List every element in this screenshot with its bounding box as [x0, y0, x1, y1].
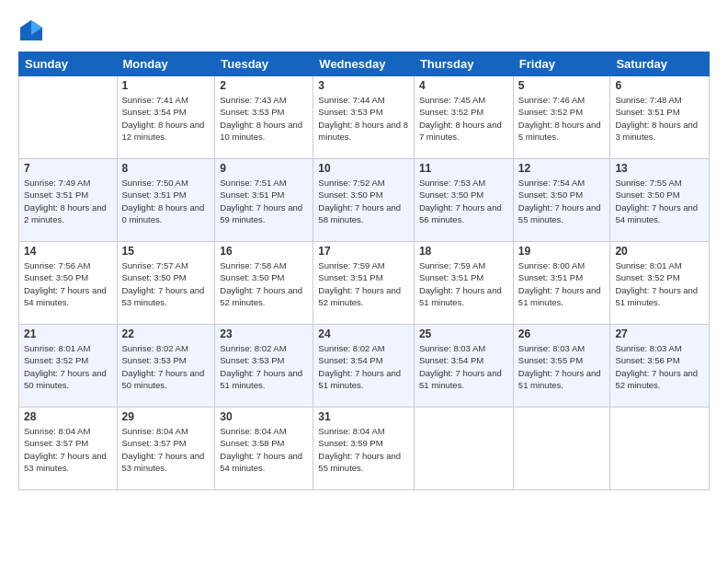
- calendar-cell: 26Sunrise: 8:03 AMSunset: 3:55 PMDayligh…: [513, 325, 610, 408]
- day-number: 7: [24, 162, 112, 175]
- weekday-header-row: Sunday Monday Tuesday Wednesday Thursday…: [19, 52, 710, 76]
- calendar-cell: 17Sunrise: 7:59 AMSunset: 3:51 PMDayligh…: [313, 242, 415, 325]
- calendar-cell: 28Sunrise: 8:04 AMSunset: 3:57 PMDayligh…: [19, 408, 118, 490]
- calendar-cell: 11Sunrise: 7:53 AMSunset: 3:50 PMDayligh…: [414, 159, 513, 242]
- calendar-cell: [513, 408, 610, 490]
- day-detail: Sunrise: 7:50 AMSunset: 3:51 PMDaylight:…: [122, 177, 210, 225]
- header-friday: Friday: [513, 52, 610, 76]
- day-number: 9: [220, 162, 308, 175]
- day-detail: Sunrise: 8:03 AMSunset: 3:55 PMDaylight:…: [518, 342, 606, 391]
- day-detail: Sunrise: 7:55 AMSunset: 3:50 PMDaylight:…: [615, 177, 704, 225]
- day-number: 27: [615, 327, 704, 340]
- page: Sunday Monday Tuesday Wednesday Thursday…: [0, 0, 728, 563]
- day-detail: Sunrise: 7:48 AMSunset: 3:51 PMDaylight:…: [615, 94, 704, 143]
- calendar-cell: 9Sunrise: 7:51 AMSunset: 3:51 PMDaylight…: [215, 159, 313, 242]
- day-detail: Sunrise: 7:59 AMSunset: 3:51 PMDaylight:…: [419, 259, 508, 308]
- day-number: 16: [220, 245, 308, 258]
- calendar-cell: 18Sunrise: 7:59 AMSunset: 3:51 PMDayligh…: [414, 242, 513, 325]
- calendar-cell: 1Sunrise: 7:41 AMSunset: 3:54 PMDaylight…: [117, 76, 215, 159]
- calendar-cell: 22Sunrise: 8:02 AMSunset: 3:53 PMDayligh…: [117, 325, 215, 408]
- day-number: 25: [419, 327, 508, 340]
- calendar-cell: 12Sunrise: 7:54 AMSunset: 3:50 PMDayligh…: [513, 159, 610, 242]
- day-detail: Sunrise: 7:43 AMSunset: 3:53 PMDaylight:…: [220, 94, 308, 143]
- calendar-week-4: 21Sunrise: 8:01 AMSunset: 3:52 PMDayligh…: [19, 325, 710, 408]
- day-detail: Sunrise: 8:04 AMSunset: 3:57 PMDaylight:…: [24, 425, 112, 474]
- header-wednesday: Wednesday: [313, 52, 415, 76]
- header: [18, 14, 710, 44]
- day-detail: Sunrise: 7:56 AMSunset: 3:50 PMDaylight:…: [24, 259, 112, 308]
- calendar-cell: 6Sunrise: 7:48 AMSunset: 3:51 PMDaylight…: [610, 76, 710, 159]
- calendar-cell: 13Sunrise: 7:55 AMSunset: 3:50 PMDayligh…: [610, 159, 710, 242]
- day-detail: Sunrise: 8:04 AMSunset: 3:59 PMDaylight:…: [318, 425, 409, 474]
- calendar-cell: 25Sunrise: 8:03 AMSunset: 3:54 PMDayligh…: [414, 325, 513, 408]
- day-detail: Sunrise: 7:59 AMSunset: 3:51 PMDaylight:…: [318, 259, 409, 308]
- day-detail: Sunrise: 7:46 AMSunset: 3:52 PMDaylight:…: [518, 94, 606, 143]
- logo: [18, 18, 47, 44]
- calendar-cell: 27Sunrise: 8:03 AMSunset: 3:56 PMDayligh…: [610, 325, 710, 408]
- calendar-cell: 15Sunrise: 7:57 AMSunset: 3:50 PMDayligh…: [117, 242, 215, 325]
- day-number: 6: [615, 79, 704, 92]
- day-detail: Sunrise: 8:02 AMSunset: 3:54 PMDaylight:…: [318, 342, 409, 391]
- calendar-cell: 19Sunrise: 8:00 AMSunset: 3:51 PMDayligh…: [513, 242, 610, 325]
- day-number: 15: [122, 245, 210, 258]
- calendar-cell: 10Sunrise: 7:52 AMSunset: 3:50 PMDayligh…: [313, 159, 415, 242]
- day-detail: Sunrise: 8:01 AMSunset: 3:52 PMDaylight:…: [615, 259, 704, 308]
- header-sunday: Sunday: [19, 52, 118, 76]
- calendar-cell: 29Sunrise: 8:04 AMSunset: 3:57 PMDayligh…: [117, 408, 215, 490]
- calendar-cell: 3Sunrise: 7:44 AMSunset: 3:53 PMDaylight…: [313, 76, 415, 159]
- calendar: Sunday Monday Tuesday Wednesday Thursday…: [18, 52, 710, 490]
- calendar-week-5: 28Sunrise: 8:04 AMSunset: 3:57 PMDayligh…: [19, 408, 710, 490]
- calendar-cell: 5Sunrise: 7:46 AMSunset: 3:52 PMDaylight…: [513, 76, 610, 159]
- day-number: 11: [419, 162, 508, 175]
- day-detail: Sunrise: 8:03 AMSunset: 3:54 PMDaylight:…: [419, 342, 508, 391]
- day-number: 29: [122, 410, 210, 423]
- day-number: 12: [518, 162, 606, 175]
- day-number: 22: [122, 327, 210, 340]
- day-detail: Sunrise: 8:02 AMSunset: 3:53 PMDaylight:…: [220, 342, 308, 391]
- day-detail: Sunrise: 7:53 AMSunset: 3:50 PMDaylight:…: [419, 177, 508, 225]
- day-number: 26: [518, 327, 606, 340]
- day-number: 14: [24, 245, 112, 258]
- calendar-cell: 30Sunrise: 8:04 AMSunset: 3:58 PMDayligh…: [215, 408, 313, 490]
- day-detail: Sunrise: 8:00 AMSunset: 3:51 PMDaylight:…: [518, 259, 606, 308]
- day-detail: Sunrise: 7:58 AMSunset: 3:50 PMDaylight:…: [220, 259, 308, 308]
- day-detail: Sunrise: 8:02 AMSunset: 3:53 PMDaylight:…: [122, 342, 210, 391]
- day-number: 18: [419, 245, 508, 258]
- calendar-cell: [414, 408, 513, 490]
- day-detail: Sunrise: 7:45 AMSunset: 3:52 PMDaylight:…: [419, 94, 508, 143]
- calendar-cell: 31Sunrise: 8:04 AMSunset: 3:59 PMDayligh…: [313, 408, 415, 490]
- day-detail: Sunrise: 8:04 AMSunset: 3:58 PMDaylight:…: [220, 425, 308, 474]
- day-detail: Sunrise: 8:03 AMSunset: 3:56 PMDaylight:…: [615, 342, 704, 391]
- calendar-cell: 4Sunrise: 7:45 AMSunset: 3:52 PMDaylight…: [414, 76, 513, 159]
- day-number: 30: [220, 410, 308, 423]
- day-number: 5: [518, 79, 606, 92]
- day-detail: Sunrise: 7:57 AMSunset: 3:50 PMDaylight:…: [122, 259, 210, 308]
- day-number: 23: [220, 327, 308, 340]
- day-number: 4: [419, 79, 508, 92]
- calendar-cell: 24Sunrise: 8:02 AMSunset: 3:54 PMDayligh…: [313, 325, 415, 408]
- day-detail: Sunrise: 7:51 AMSunset: 3:51 PMDaylight:…: [220, 177, 308, 225]
- day-detail: Sunrise: 7:49 AMSunset: 3:51 PMDaylight:…: [24, 177, 112, 225]
- day-number: 10: [318, 162, 409, 175]
- day-detail: Sunrise: 7:54 AMSunset: 3:50 PMDaylight:…: [518, 177, 606, 225]
- header-thursday: Thursday: [414, 52, 513, 76]
- day-number: 2: [220, 79, 308, 92]
- calendar-cell: [610, 408, 710, 490]
- day-detail: Sunrise: 8:01 AMSunset: 3:52 PMDaylight:…: [24, 342, 112, 391]
- day-number: 19: [518, 245, 606, 258]
- day-number: 28: [24, 410, 112, 423]
- calendar-week-2: 7Sunrise: 7:49 AMSunset: 3:51 PMDaylight…: [19, 159, 710, 242]
- calendar-cell: 21Sunrise: 8:01 AMSunset: 3:52 PMDayligh…: [19, 325, 118, 408]
- day-number: 21: [24, 327, 112, 340]
- calendar-cell: 2Sunrise: 7:43 AMSunset: 3:53 PMDaylight…: [215, 76, 313, 159]
- day-number: 24: [318, 327, 409, 340]
- calendar-cell: 8Sunrise: 7:50 AMSunset: 3:51 PMDaylight…: [117, 159, 215, 242]
- calendar-cell: 20Sunrise: 8:01 AMSunset: 3:52 PMDayligh…: [610, 242, 710, 325]
- calendar-cell: 16Sunrise: 7:58 AMSunset: 3:50 PMDayligh…: [215, 242, 313, 325]
- day-number: 3: [318, 79, 409, 92]
- logo-icon: [18, 18, 44, 44]
- header-saturday: Saturday: [610, 52, 710, 76]
- calendar-week-3: 14Sunrise: 7:56 AMSunset: 3:50 PMDayligh…: [19, 242, 710, 325]
- day-number: 17: [318, 245, 409, 258]
- day-detail: Sunrise: 8:04 AMSunset: 3:57 PMDaylight:…: [122, 425, 210, 474]
